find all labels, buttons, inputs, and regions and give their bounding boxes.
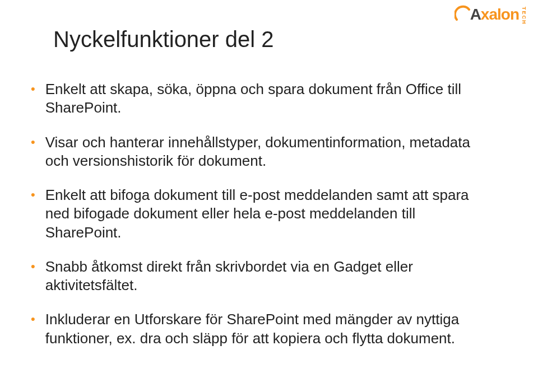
bullet-icon: • [31,259,35,275]
bullet-text: Enkelt att bifoga dokument till e-post m… [45,186,490,242]
list-item: • Enkelt att bifoga dokument till e-post… [31,186,490,242]
logo-text-part1: A [470,6,481,23]
slide-container: Axalon TECH Nyckelfunktioner del 2 • Enk… [0,0,538,392]
list-item: • Snabb åtkomst direkt från skrivbordet … [31,258,490,295]
bullet-text: Visar och hanterar innehållstyper, dokum… [45,133,490,171]
logo-text-part2: xalon [481,6,519,23]
slide-title: Nyckelfunktioner del 2 [53,27,507,52]
bullet-icon: • [31,187,35,203]
logo-tag: TECH [521,7,527,25]
bullet-text: Enkelt att skapa, söka, öppna och spara … [45,80,490,118]
list-item: • Visar och hanterar innehållstyper, dok… [31,133,490,171]
list-item: • Enkelt att skapa, söka, öppna och spar… [31,80,490,118]
logo-arc-icon [454,5,471,24]
list-item: • Inkluderar en Utforskare för SharePoin… [31,310,490,348]
bullet-text: Snabb åtkomst direkt från skrivbordet vi… [45,258,490,295]
bullet-list: • Enkelt att skapa, söka, öppna och spar… [31,80,490,348]
brand-logo: Axalon TECH [454,4,527,25]
bullet-icon: • [31,311,35,328]
bullet-text: Inkluderar en Utforskare för SharePoint … [45,310,490,348]
bullet-icon: • [31,134,35,151]
bullet-icon: • [31,81,35,97]
logo-text: Axalon [470,6,519,24]
